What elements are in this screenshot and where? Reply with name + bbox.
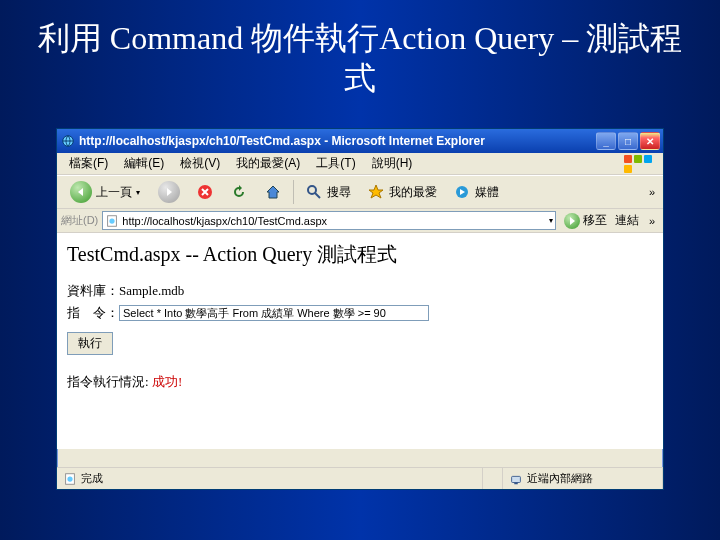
titlebar[interactable]: http://localhost/kjaspx/ch10/TestCmd.asp… (57, 129, 663, 153)
search-label: 搜尋 (327, 184, 351, 201)
svg-rect-8 (512, 476, 521, 482)
media-button[interactable]: 媒體 (446, 179, 506, 205)
done-icon (63, 472, 77, 486)
search-button[interactable]: 搜尋 (298, 179, 358, 205)
status-bar: 完成 近端內部網路 (57, 467, 663, 489)
svg-point-2 (308, 186, 316, 194)
window-title: http://localhost/kjaspx/ch10/TestCmd.asp… (79, 134, 592, 148)
run-button[interactable]: 執行 (67, 332, 113, 355)
media-icon (453, 183, 471, 201)
status-done: 完成 (81, 471, 103, 486)
back-arrow-icon (70, 181, 92, 203)
star-icon (367, 183, 385, 201)
menu-favorites[interactable]: 我的最愛(A) (228, 153, 308, 174)
cmd-label: 指 令： (67, 304, 119, 322)
toolbar: 上一頁 ▾ 搜尋 我的最愛 (57, 175, 663, 209)
menu-tools[interactable]: 工具(T) (308, 153, 363, 174)
stop-button[interactable] (189, 179, 221, 205)
links-label[interactable]: 連結 (615, 212, 639, 229)
address-bar: 網址(D) http://localhost/kjaspx/ch10/TestC… (57, 209, 663, 233)
close-button[interactable]: ✕ (640, 132, 660, 150)
svg-point-7 (67, 476, 72, 481)
favorites-button[interactable]: 我的最愛 (360, 179, 444, 205)
menu-file[interactable]: 檔案(F) (61, 153, 116, 174)
menu-edit[interactable]: 編輯(E) (116, 153, 172, 174)
zone-icon (509, 472, 523, 486)
home-button[interactable] (257, 179, 289, 205)
menu-help[interactable]: 說明(H) (364, 153, 421, 174)
back-button[interactable]: 上一頁 ▾ (61, 177, 149, 207)
separator (293, 180, 294, 204)
status-label: 指令執行情況: (67, 374, 152, 389)
minimize-button[interactable]: _ (596, 132, 616, 150)
db-label: 資料庫： (67, 282, 119, 300)
go-arrow-icon (564, 213, 580, 229)
address-label: 網址(D) (61, 213, 98, 228)
svg-point-5 (110, 218, 115, 223)
ie-icon (61, 134, 75, 148)
back-label: 上一頁 (96, 184, 132, 201)
page-heading: TestCmd.aspx -- Action Query 測試程式 (67, 241, 653, 268)
status-value: 成功! (152, 374, 182, 389)
status-zone: 近端內部網路 (527, 471, 593, 486)
maximize-button[interactable]: □ (618, 132, 638, 150)
page-content: TestCmd.aspx -- Action Query 測試程式 資料庫： S… (57, 233, 663, 449)
favorites-label: 我的最愛 (389, 184, 437, 201)
stop-icon (196, 183, 214, 201)
forward-arrow-icon (158, 181, 180, 203)
refresh-button[interactable] (223, 179, 255, 205)
ie-window: http://localhost/kjaspx/ch10/TestCmd.asp… (56, 128, 664, 490)
links-overflow-icon[interactable]: » (645, 215, 659, 227)
db-value: Sample.mdb (119, 283, 184, 299)
dropdown-icon: ▾ (136, 188, 140, 197)
toolbar-overflow-icon[interactable]: » (645, 186, 659, 198)
dropdown-icon[interactable]: ▾ (549, 216, 553, 225)
windows-logo-icon (623, 154, 659, 174)
home-icon (264, 183, 282, 201)
go-button[interactable]: 移至 (560, 210, 611, 231)
search-icon (305, 183, 323, 201)
slide-title: 利用 Command 物件執行Action Query – 測試程式 (0, 0, 720, 106)
refresh-icon (230, 183, 248, 201)
address-input[interactable]: http://localhost/kjaspx/ch10/TestCmd.asp… (102, 211, 556, 230)
go-label: 移至 (583, 212, 607, 229)
svg-rect-9 (514, 482, 518, 484)
sql-input[interactable] (119, 305, 429, 321)
address-url: http://localhost/kjaspx/ch10/TestCmd.asp… (122, 215, 327, 227)
page-icon (105, 214, 119, 228)
media-label: 媒體 (475, 184, 499, 201)
menu-view[interactable]: 檢視(V) (172, 153, 228, 174)
menu-bar: 檔案(F) 編輯(E) 檢視(V) 我的最愛(A) 工具(T) 說明(H) (57, 153, 663, 175)
forward-button[interactable] (151, 177, 187, 207)
